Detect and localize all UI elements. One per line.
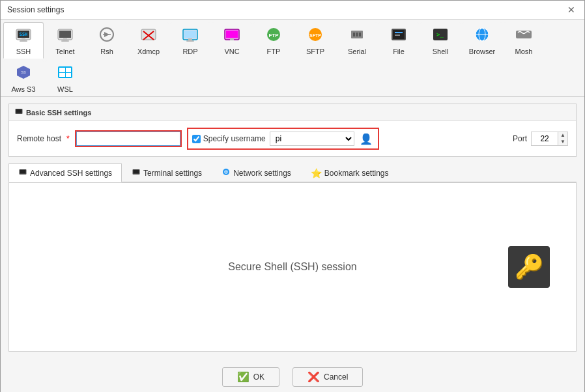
- svg-rect-2: [21, 38, 25, 40]
- cancel-button[interactable]: ❌ Cancel: [292, 367, 363, 387]
- port-arrows: ▲ ▼: [558, 132, 567, 145]
- svg-rect-27: [356, 33, 358, 36]
- tab-browser-label: Browser: [469, 48, 495, 55]
- sub-tab-terminal[interactable]: Terminal settings: [122, 163, 212, 182]
- tab-vnc-label: VNC: [224, 48, 239, 55]
- tab-xdmcp[interactable]: Xdmcp: [128, 22, 169, 59]
- sub-tab-advanced[interactable]: Advanced SSH settings: [8, 163, 122, 182]
- tab-serial[interactable]: Serial: [337, 22, 377, 59]
- mosh-icon: [515, 25, 533, 46]
- session-settings-window: Session settings ✕ SSH SSH: [0, 0, 585, 392]
- protocol-tabs-bar: SSH SSH Telnet: [1, 20, 584, 97]
- sub-tab-advanced-label: Advanced SSH settings: [30, 169, 112, 178]
- port-up-arrow[interactable]: ▲: [558, 132, 567, 139]
- remote-host-input-wrapper: [75, 130, 182, 147]
- svg-rect-52: [134, 170, 139, 174]
- specify-username-checkbox-label[interactable]: Specify username: [192, 134, 266, 143]
- cancel-icon: ❌: [307, 371, 320, 383]
- ok-icon: ✅: [237, 371, 250, 383]
- svg-rect-32: [395, 35, 400, 36]
- tab-content-area: Secure Shell (SSH) session 🔑: [8, 182, 577, 352]
- svg-rect-8: [61, 40, 69, 42]
- tab-shell-label: Shell: [433, 48, 448, 55]
- remote-host-input[interactable]: [76, 132, 180, 146]
- svg-point-55: [225, 171, 227, 173]
- required-asterisk: *: [66, 134, 70, 143]
- tab-serial-label: Serial: [348, 48, 366, 55]
- svg-rect-3: [20, 40, 27, 42]
- port-input[interactable]: [532, 132, 558, 145]
- specify-username-checkbox[interactable]: [192, 135, 201, 143]
- tab-file-label: File: [393, 48, 405, 55]
- username-group: Specify username pi root admin 👤: [187, 128, 379, 150]
- ok-button[interactable]: ✅ OK: [222, 367, 279, 387]
- tab-ssh-label: SSH: [16, 48, 31, 55]
- rsh-icon: [98, 25, 116, 46]
- svg-text:>_: >_: [436, 31, 444, 38]
- tab-sftp[interactable]: SFTP SFTP: [295, 22, 335, 59]
- tab-sftp-label: SFTP: [306, 48, 324, 55]
- tab-vnc[interactable]: VNC: [212, 22, 252, 59]
- sub-tab-network-label: Network settings: [233, 169, 291, 178]
- specify-username-label: Specify username: [203, 134, 266, 143]
- svg-text:S3: S3: [21, 70, 26, 74]
- section-title: Basic SSH settings: [9, 104, 576, 121]
- xdmcp-icon: [139, 25, 158, 46]
- tab-ftp[interactable]: FTP FTP: [253, 22, 294, 59]
- key-icon-box: 🔑: [508, 246, 550, 288]
- svg-rect-46: [66, 73, 71, 77]
- tab-rdp[interactable]: RDP: [170, 22, 210, 59]
- ok-label: OK: [253, 372, 264, 382]
- sftp-icon: SFTP: [306, 25, 324, 46]
- vnc-icon: [223, 25, 241, 46]
- tab-awss3[interactable]: S3 Aws S3: [3, 60, 44, 96]
- tab-telnet[interactable]: Telnet: [45, 22, 85, 59]
- section-title-text: Basic SSH settings: [26, 109, 91, 117]
- basic-ssh-section: Basic SSH settings Remote host * Specify…: [8, 104, 577, 157]
- ssh-icon: SSH: [14, 25, 33, 46]
- tab-mosh[interactable]: Mosh: [504, 22, 544, 59]
- svg-text:SFTP: SFTP: [309, 33, 321, 38]
- title-bar: Session settings ✕: [1, 1, 584, 20]
- serial-icon: [348, 25, 366, 46]
- svg-rect-26: [353, 33, 355, 36]
- tab-rsh[interactable]: Rsh: [87, 22, 127, 59]
- sub-tab-bookmark[interactable]: ⭐ Bookmark settings: [301, 163, 399, 182]
- tab-rsh-label: Rsh: [100, 48, 113, 55]
- svg-rect-17: [186, 40, 194, 42]
- port-down-arrow[interactable]: ▼: [558, 139, 567, 145]
- awss3-icon: S3: [14, 63, 33, 84]
- svg-rect-31: [395, 32, 403, 33]
- tab-mosh-label: Mosh: [515, 48, 533, 55]
- tab-wsl-label: WSL: [57, 85, 73, 93]
- username-select[interactable]: pi root admin: [270, 132, 354, 146]
- network-tab-icon: [221, 167, 231, 178]
- svg-text:FTP: FTP: [268, 33, 279, 38]
- advanced-tab-icon: [18, 167, 27, 178]
- shell-icon: >_: [431, 25, 449, 46]
- svg-rect-19: [226, 31, 238, 38]
- port-label: Port: [513, 134, 527, 143]
- tab-wsl[interactable]: WSL: [45, 60, 85, 96]
- svg-rect-6: [59, 31, 71, 38]
- sub-tab-network[interactable]: Network settings: [212, 163, 301, 182]
- section-body: Remote host * Specify username pi root a…: [9, 121, 576, 156]
- main-content: Basic SSH settings Remote host * Specify…: [1, 97, 584, 358]
- close-button[interactable]: ✕: [565, 5, 578, 15]
- key-icon: 🔑: [515, 253, 544, 281]
- tab-shell[interactable]: >_ Shell: [420, 22, 461, 59]
- svg-rect-16: [188, 38, 192, 40]
- tab-file[interactable]: File: [378, 22, 419, 59]
- browser-icon: [473, 25, 491, 46]
- svg-rect-7: [63, 38, 67, 40]
- sub-tab-bookmark-label: Bookmark settings: [324, 169, 389, 178]
- svg-rect-48: [16, 109, 22, 113]
- svg-text:SSH: SSH: [20, 32, 28, 37]
- svg-rect-28: [359, 33, 361, 36]
- rdp-icon: [181, 25, 199, 46]
- svg-rect-50: [20, 170, 26, 174]
- tab-ssh[interactable]: SSH SSH: [3, 22, 44, 59]
- tab-browser[interactable]: Browser: [462, 22, 502, 59]
- user-icon-button[interactable]: 👤: [358, 133, 374, 145]
- terminal-tab-icon: [132, 167, 141, 178]
